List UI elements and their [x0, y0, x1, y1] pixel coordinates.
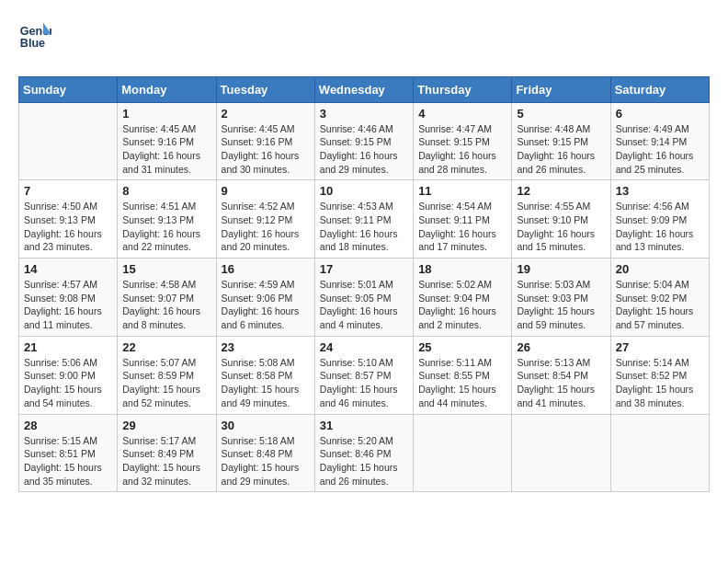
sunset: Sunset: 9:07 PM [122, 293, 194, 304]
daylight: Daylight: 15 hours and 52 minutes. [122, 384, 200, 408]
logo-icon: General Blue [18, 18, 51, 52]
sunset: Sunset: 9:00 PM [24, 370, 96, 381]
day-number: 25 [418, 340, 506, 354]
calendar-cell: 19 Sunrise: 5:03 AM Sunset: 9:03 PM Dayl… [512, 259, 610, 337]
logo: General Blue [18, 18, 55, 67]
calendar-cell: 11 Sunrise: 4:54 AM Sunset: 9:11 PM Dayl… [414, 180, 512, 259]
day-info: Sunrise: 5:03 AM Sunset: 9:03 PM Dayligh… [517, 278, 605, 332]
sunset: Sunset: 8:49 PM [122, 448, 194, 459]
day-info: Sunrise: 5:04 AM Sunset: 9:02 PM Dayligh… [616, 278, 704, 332]
calendar-cell: 12 Sunrise: 4:55 AM Sunset: 9:10 PM Dayl… [512, 180, 610, 259]
sunrise: Sunrise: 5:13 AM [517, 357, 590, 368]
calendar-cell: 1 Sunrise: 4:45 AM Sunset: 9:16 PM Dayli… [118, 102, 216, 180]
daylight: Daylight: 15 hours and 38 minutes. [616, 384, 694, 408]
daylight: Daylight: 16 hours and 4 minutes. [320, 305, 398, 330]
sunrise: Sunrise: 4:54 AM [418, 201, 492, 212]
calendar-cell: 24 Sunrise: 5:10 AM Sunset: 8:57 PM Dayl… [314, 336, 413, 414]
day-number: 11 [418, 184, 506, 198]
day-info: Sunrise: 5:14 AM Sunset: 8:52 PM Dayligh… [616, 356, 704, 410]
day-number: 20 [616, 262, 704, 276]
daylight: Daylight: 15 hours and 57 minutes. [616, 305, 694, 330]
calendar-cell: 10 Sunrise: 4:53 AM Sunset: 9:11 PM Dayl… [314, 180, 413, 259]
day-info: Sunrise: 5:01 AM Sunset: 9:05 PM Dayligh… [320, 278, 408, 332]
sunrise: Sunrise: 4:59 AM [222, 279, 295, 290]
day-number: 13 [616, 184, 704, 198]
sunset: Sunset: 9:11 PM [418, 214, 490, 225]
day-number: 29 [122, 419, 210, 432]
sunrise: Sunrise: 4:45 AM [222, 123, 295, 134]
daylight: Daylight: 16 hours and 11 minutes. [24, 305, 102, 330]
calendar-cell: 16 Sunrise: 4:59 AM Sunset: 9:06 PM Dayl… [216, 259, 314, 337]
calendar-cell: 23 Sunrise: 5:08 AM Sunset: 8:58 PM Dayl… [216, 336, 314, 414]
day-number: 23 [222, 340, 310, 354]
day-number: 1 [122, 107, 210, 121]
calendar-cell: 27 Sunrise: 5:14 AM Sunset: 8:52 PM Dayl… [610, 336, 709, 414]
daylight: Daylight: 16 hours and 15 minutes. [517, 228, 595, 253]
day-info: Sunrise: 4:49 AM Sunset: 9:14 PM Dayligh… [616, 122, 704, 177]
sunrise: Sunrise: 5:07 AM [122, 357, 196, 368]
week-row-2: 7 Sunrise: 4:50 AM Sunset: 9:13 PM Dayli… [19, 180, 710, 259]
day-number: 28 [24, 419, 112, 432]
calendar-cell: 8 Sunrise: 4:51 AM Sunset: 9:13 PM Dayli… [118, 180, 216, 259]
week-row-4: 21 Sunrise: 5:06 AM Sunset: 9:00 PM Dayl… [19, 336, 710, 414]
sunset: Sunset: 9:09 PM [616, 214, 688, 225]
day-info: Sunrise: 4:59 AM Sunset: 9:06 PM Dayligh… [222, 278, 310, 332]
page-header: General Blue [18, 18, 710, 67]
sunset: Sunset: 9:13 PM [24, 214, 96, 225]
calendar-cell: 20 Sunrise: 5:04 AM Sunset: 9:02 PM Dayl… [610, 259, 709, 337]
day-info: Sunrise: 4:47 AM Sunset: 9:15 PM Dayligh… [418, 122, 506, 177]
sunrise: Sunrise: 4:51 AM [122, 201, 196, 212]
day-number: 27 [616, 340, 704, 354]
day-number: 3 [320, 107, 408, 121]
daylight: Daylight: 16 hours and 18 minutes. [320, 228, 398, 253]
calendar-header-row: SundayMondayTuesdayWednesdayThursdayFrid… [19, 76, 710, 102]
day-info: Sunrise: 5:08 AM Sunset: 8:58 PM Dayligh… [222, 356, 310, 410]
calendar-cell: 28 Sunrise: 5:15 AM Sunset: 8:51 PM Dayl… [19, 414, 118, 492]
sunrise: Sunrise: 4:47 AM [418, 123, 492, 134]
sunset: Sunset: 9:08 PM [24, 293, 96, 304]
day-info: Sunrise: 4:53 AM Sunset: 9:11 PM Dayligh… [320, 200, 408, 254]
daylight: Daylight: 16 hours and 28 minutes. [418, 150, 496, 175]
sunset: Sunset: 8:54 PM [517, 370, 588, 381]
day-number: 26 [517, 340, 605, 354]
sunrise: Sunrise: 5:14 AM [616, 357, 689, 368]
day-info: Sunrise: 4:45 AM Sunset: 9:16 PM Dayligh… [222, 122, 310, 177]
day-info: Sunrise: 5:02 AM Sunset: 9:04 PM Dayligh… [418, 278, 506, 332]
day-number: 21 [24, 340, 112, 354]
daylight: Daylight: 15 hours and 44 minutes. [418, 384, 496, 408]
header-tuesday: Tuesday [216, 76, 314, 102]
sunset: Sunset: 9:12 PM [222, 214, 293, 225]
calendar-cell: 7 Sunrise: 4:50 AM Sunset: 9:13 PM Dayli… [19, 180, 118, 259]
calendar-cell: 21 Sunrise: 5:06 AM Sunset: 9:00 PM Dayl… [19, 336, 118, 414]
day-info: Sunrise: 4:54 AM Sunset: 9:11 PM Dayligh… [418, 200, 506, 254]
daylight: Daylight: 16 hours and 17 minutes. [418, 228, 496, 253]
calendar-cell: 15 Sunrise: 4:58 AM Sunset: 9:07 PM Dayl… [118, 259, 216, 337]
sunrise: Sunrise: 4:56 AM [616, 201, 689, 212]
sunrise: Sunrise: 5:03 AM [517, 279, 590, 290]
sunrise: Sunrise: 4:57 AM [24, 279, 97, 290]
sunset: Sunset: 9:13 PM [122, 214, 194, 225]
sunset: Sunset: 9:06 PM [222, 293, 293, 304]
sunrise: Sunrise: 4:49 AM [616, 123, 689, 134]
day-number: 17 [320, 262, 408, 276]
day-info: Sunrise: 5:06 AM Sunset: 9:00 PM Dayligh… [24, 356, 112, 410]
sunrise: Sunrise: 5:01 AM [320, 279, 393, 290]
day-number: 7 [24, 184, 112, 198]
sunrise: Sunrise: 5:11 AM [418, 357, 492, 368]
svg-text:Blue: Blue [20, 37, 45, 50]
day-number: 10 [320, 184, 408, 198]
week-row-3: 14 Sunrise: 4:57 AM Sunset: 9:08 PM Dayl… [19, 259, 710, 337]
day-info: Sunrise: 4:57 AM Sunset: 9:08 PM Dayligh… [24, 278, 112, 332]
sunset: Sunset: 9:04 PM [418, 293, 490, 304]
calendar-cell [512, 414, 610, 492]
sunrise: Sunrise: 5:06 AM [24, 357, 97, 368]
header-friday: Friday [512, 76, 610, 102]
day-info: Sunrise: 4:58 AM Sunset: 9:07 PM Dayligh… [122, 278, 210, 332]
sunset: Sunset: 9:10 PM [517, 214, 588, 225]
calendar-cell: 5 Sunrise: 4:48 AM Sunset: 9:15 PM Dayli… [512, 102, 610, 180]
calendar-cell: 13 Sunrise: 4:56 AM Sunset: 9:09 PM Dayl… [610, 180, 709, 259]
sunrise: Sunrise: 4:46 AM [320, 123, 393, 134]
sunrise: Sunrise: 4:58 AM [122, 279, 196, 290]
calendar-cell: 14 Sunrise: 4:57 AM Sunset: 9:08 PM Dayl… [19, 259, 118, 337]
sunrise: Sunrise: 5:18 AM [222, 435, 295, 446]
